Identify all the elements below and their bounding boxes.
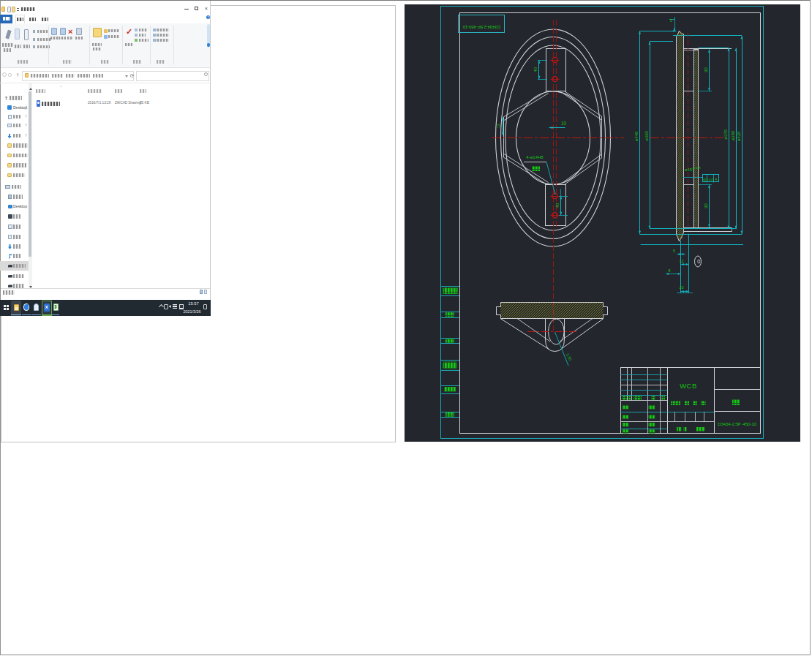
svg-text:12: 12 xyxy=(497,124,501,128)
svg-text:ø440: ø440 xyxy=(634,131,639,141)
svg-text:20: 20 xyxy=(679,285,683,290)
svg-text:40: 40 xyxy=(533,67,538,72)
svg-text:WCB: WCB xyxy=(680,382,697,390)
svg-text:D3434-2.5P-450-10: D3434-2.5P-450-10 xyxy=(462,25,500,30)
svg-text:12: 12 xyxy=(679,259,683,263)
svg-text:0: 0 xyxy=(693,170,694,173)
svg-text:D3434-2.5P -450-10: D3434-2.5P -450-10 xyxy=(718,421,756,426)
svg-text:5: 5 xyxy=(670,18,672,23)
svg-text:8: 8 xyxy=(668,268,670,273)
svg-text:ø420: ø420 xyxy=(737,131,741,141)
svg-text:ø370: ø370 xyxy=(723,129,728,140)
svg-text:ø380: ø380 xyxy=(731,130,735,140)
svg-text:90: 90 xyxy=(704,67,708,72)
svg-text:10: 10 xyxy=(561,121,567,126)
svg-text:90: 90 xyxy=(704,203,708,208)
svg-text:4-ø14H8: 4-ø14H8 xyxy=(526,155,544,159)
svg-text:5: 5 xyxy=(673,249,675,253)
svg-text:0.025: 0.025 xyxy=(707,178,715,181)
svg-text:ø390: ø390 xyxy=(644,131,649,141)
svg-text:40: 40 xyxy=(555,203,560,208)
